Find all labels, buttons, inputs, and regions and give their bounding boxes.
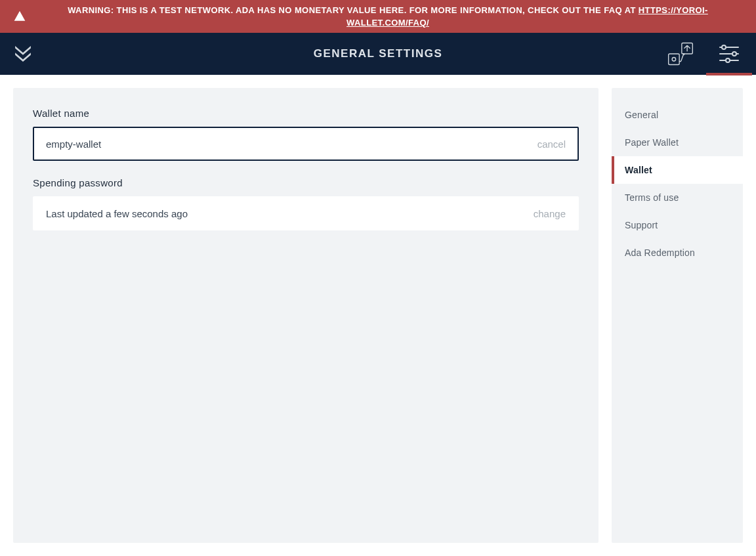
wallet-name-input[interactable] bbox=[46, 139, 537, 150]
spending-password-label: Spending password bbox=[33, 177, 579, 188]
content-area: Wallet name cancel Spending password Las… bbox=[0, 75, 756, 556]
settings-icon[interactable] bbox=[714, 33, 744, 75]
warning-icon bbox=[13, 10, 26, 23]
spending-password-change-link[interactable]: change bbox=[534, 208, 566, 219]
sidebar-item-label: General bbox=[625, 110, 658, 120]
top-navbar: GENERAL SETTINGS bbox=[0, 33, 756, 75]
svg-rect-1 bbox=[669, 54, 679, 65]
warning-text: WARNING: THIS IS A TEST NETWORK. ADA HAS… bbox=[33, 4, 743, 30]
sidebar-item-label: Ada Redemption bbox=[625, 247, 695, 258]
settings-sidebar: General Paper Wallet Wallet Terms of use… bbox=[612, 88, 743, 543]
wallet-name-row: cancel bbox=[33, 127, 579, 161]
spending-password-row: Last updated a few seconds ago change bbox=[33, 196, 579, 230]
sidebar-item-label: Wallet bbox=[625, 165, 652, 175]
sidebar-item-support[interactable]: Support bbox=[612, 211, 743, 239]
svg-point-6 bbox=[732, 52, 736, 56]
warning-prefix: WARNING: THIS IS A TEST NETWORK. ADA HAS… bbox=[68, 5, 639, 15]
svg-point-8 bbox=[726, 58, 730, 62]
wallet-name-label: Wallet name bbox=[33, 108, 579, 119]
daedalus-transfer-icon[interactable] bbox=[665, 33, 696, 75]
sidebar-item-wallet[interactable]: Wallet bbox=[612, 156, 743, 184]
yoroi-logo-icon[interactable] bbox=[12, 43, 34, 65]
topbar-right-group bbox=[665, 33, 744, 75]
settings-main-panel: Wallet name cancel Spending password Las… bbox=[13, 88, 598, 543]
wallet-name-cancel-link[interactable]: cancel bbox=[537, 139, 566, 150]
sidebar-item-terms-of-use[interactable]: Terms of use bbox=[612, 184, 743, 211]
sidebar-item-label: Paper Wallet bbox=[625, 137, 679, 148]
svg-point-2 bbox=[672, 58, 676, 62]
spending-password-group: Spending password Last updated a few sec… bbox=[33, 177, 579, 230]
test-network-warning-banner: WARNING: THIS IS A TEST NETWORK. ADA HAS… bbox=[0, 0, 756, 33]
sidebar-item-ada-redemption[interactable]: Ada Redemption bbox=[612, 239, 743, 267]
sidebar-item-label: Terms of use bbox=[625, 192, 679, 203]
sidebar-item-paper-wallet[interactable]: Paper Wallet bbox=[612, 129, 743, 156]
sidebar-item-general[interactable]: General bbox=[612, 101, 743, 129]
wallet-name-group: Wallet name cancel bbox=[33, 108, 579, 161]
svg-point-4 bbox=[722, 45, 726, 49]
spending-password-status: Last updated a few seconds ago bbox=[46, 208, 534, 219]
sidebar-item-label: Support bbox=[625, 220, 658, 230]
page-title: GENERAL SETTINGS bbox=[0, 47, 756, 60]
